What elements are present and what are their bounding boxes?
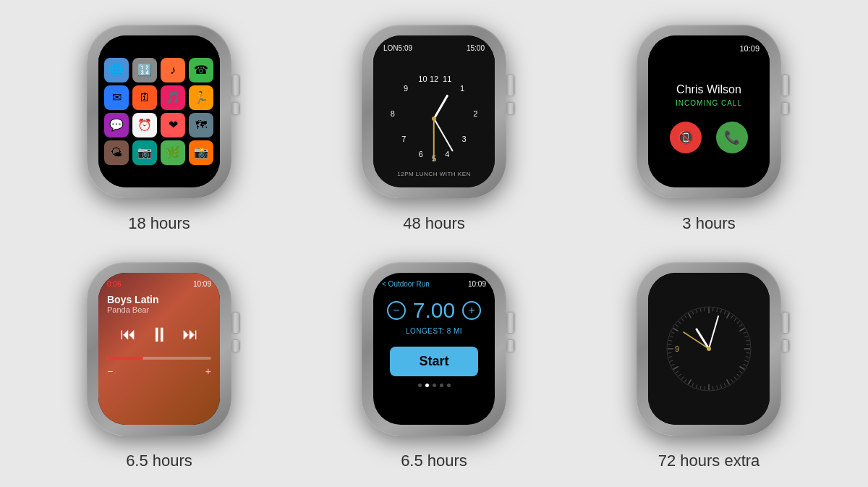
clock-num-1: 1 [460, 84, 464, 93]
clock-num-6: 6 [419, 150, 423, 158]
watch-screen-apps: 🌐 🔢 ♪ ☎ ✉ 🗓 🎵 🏃 💬 ⏰ ❤ 🗺 � [98, 35, 220, 187]
run-start-button[interactable]: Start [390, 347, 477, 376]
watch-label-call: 3 hours [682, 214, 735, 233]
app-icon: ✉ [104, 85, 129, 110]
clock-hour-hand [433, 94, 449, 119]
clock-num-4: 4 [445, 150, 449, 158]
svg-line-43 [670, 360, 673, 362]
apps-grid: 🌐 🔢 ♪ ☎ ✉ 🗓 🎵 🏃 💬 ⏰ ❤ 🗺 � [98, 51, 220, 172]
run-dot-0 [418, 384, 422, 387]
svg-line-34 [696, 384, 697, 388]
app-icon: 🗺 [189, 113, 213, 137]
svg-line-39 [678, 373, 681, 376]
svg-line-52 [676, 324, 678, 326]
svg-line-56 [689, 313, 692, 318]
svg-line-2 [712, 308, 713, 311]
clock-header: LON 5:09 15:00 [373, 44, 495, 52]
svg-line-64 [684, 332, 709, 349]
watch-screen-run: < Outdoor Run 10:09 − 7.00 + LONGEST: 8 … [373, 273, 495, 425]
music-header: 0:06 10:09 [107, 280, 211, 288]
watch-outer-clock: LON 5:09 15:00 12 1 2 3 4 5 [354, 17, 514, 206]
music-progress-bar [107, 357, 211, 360]
watch-label-minimal: 72 hours extra [658, 452, 760, 470]
watch-cell-apps: 🌐 🔢 ♪ ☎ ✉ 🗓 🎵 🏃 💬 ⏰ ❤ 🗺 � [36, 17, 282, 233]
svg-line-13 [744, 336, 748, 337]
svg-line-23 [737, 373, 740, 376]
run-time: 10:09 [468, 280, 486, 288]
screen-clock: LON 5:09 15:00 12 1 2 3 4 5 [373, 35, 495, 187]
svg-line-44 [668, 356, 672, 357]
rewind-button[interactable]: ⏮ [120, 325, 136, 344]
watch-body-apps: 🌐 🔢 ♪ ☎ ✉ 🗓 🎵 🏃 💬 ⏰ ❤ 🗺 � [87, 25, 231, 198]
app-icon: ⏰ [132, 113, 157, 137]
svg-line-59 [700, 308, 701, 312]
app-icon: 🌤 [104, 140, 129, 165]
volume-up-icon[interactable]: + [205, 365, 211, 377]
svg-line-30 [712, 386, 713, 389]
app-icon: 🗓 [132, 85, 157, 110]
svg-line-18 [746, 356, 749, 357]
clock-face: 12 1 2 3 4 5 6 7 8 9 10 11 [387, 72, 481, 166]
svg-line-22 [739, 370, 742, 373]
svg-line-11 [739, 328, 744, 331]
watch-body-music: 0:06 10:09 Boys Latin Panda Bear ⏮ ⏸ ⏭ [87, 262, 231, 436]
run-back-label[interactable]: < Outdoor Run [382, 280, 430, 288]
call-buttons: 📵 📞 [670, 122, 748, 153]
tick-marks-svg: 9 [662, 302, 756, 396]
watch-label-music: 6.5 hours [126, 452, 192, 470]
run-dot-3 [440, 384, 443, 387]
svg-line-17 [746, 352, 750, 353]
screen-run: < Outdoor Run 10:09 − 7.00 + LONGEST: 8 … [373, 273, 495, 425]
decline-button[interactable]: 📵 [670, 122, 702, 153]
app-icon: ❤ [161, 113, 185, 137]
svg-line-60 [705, 308, 705, 311]
watch-screen-call: 10:09 Chris Wilson INCOMING CALL 📵 📞 [648, 35, 770, 187]
watch-cell-run: < Outdoor Run 10:09 − 7.00 + LONGEST: 8 … [311, 255, 557, 470]
play-pause-button[interactable]: ⏸ [149, 323, 169, 347]
svg-line-47 [668, 344, 671, 345]
svg-line-54 [681, 318, 684, 321]
music-time: 10:09 [193, 280, 211, 288]
svg-line-48 [668, 340, 672, 341]
run-dot-2 [433, 384, 436, 387]
watch-body-clock: LON 5:09 15:00 12 1 2 3 4 5 [362, 25, 506, 198]
svg-line-7 [731, 315, 733, 318]
call-status: INCOMING CALL [676, 99, 742, 107]
svg-line-35 [692, 383, 694, 386]
watch-cell-music: 0:06 10:09 Boys Latin Panda Bear ⏮ ⏸ ⏭ [36, 255, 282, 470]
svg-line-53 [678, 321, 681, 323]
watch-screen-minimal: 9 [648, 273, 770, 425]
svg-line-6 [727, 313, 730, 318]
svg-point-65 [707, 347, 711, 351]
svg-line-32 [705, 386, 705, 389]
watch-label-clock: 48 hours [403, 214, 465, 233]
svg-line-38 [681, 376, 684, 379]
watch-grid: 🌐 🔢 ♪ ☎ ✉ 🗓 🎵 🏃 💬 ⏰ ❤ 🗺 � [36, 17, 832, 470]
svg-line-62 [697, 329, 709, 349]
svg-line-19 [744, 360, 748, 362]
music-progress-fill [107, 357, 143, 360]
watch-screen-clock: LON 5:09 15:00 12 1 2 3 4 5 [373, 35, 495, 187]
watch-label-apps: 18 hours [128, 214, 190, 233]
pace-decrease-button[interactable]: − [387, 301, 406, 320]
clock-num-10: 10 [418, 75, 427, 83]
run-header: < Outdoor Run 10:09 [382, 280, 486, 288]
pace-increase-button[interactable]: + [462, 301, 481, 320]
volume-down-icon[interactable]: − [107, 365, 113, 377]
svg-line-33 [700, 385, 701, 389]
svg-line-42 [671, 364, 675, 365]
watch-cell-clock: LON 5:09 15:00 12 1 2 3 4 5 [311, 17, 557, 233]
screen-apps: 🌐 🔢 ♪ ☎ ✉ 🗓 🎵 🏃 💬 ⏰ ❤ 🗺 � [98, 35, 220, 187]
app-icon: 📸 [189, 140, 213, 165]
watch-body-run: < Outdoor Run 10:09 − 7.00 + LONGEST: 8 … [362, 262, 506, 436]
svg-line-29 [717, 385, 718, 389]
svg-line-14 [746, 340, 749, 341]
clock-num-12: 12 [430, 75, 438, 83]
minimal-clock-face: 9 [662, 302, 756, 396]
clock-num-3: 3 [462, 135, 467, 143]
fast-forward-button[interactable]: ⏭ [182, 325, 198, 344]
app-icon: ♪ [161, 58, 185, 82]
svg-line-58 [696, 309, 697, 313]
app-icon: 💬 [104, 113, 129, 137]
accept-button[interactable]: 📞 [716, 122, 748, 153]
